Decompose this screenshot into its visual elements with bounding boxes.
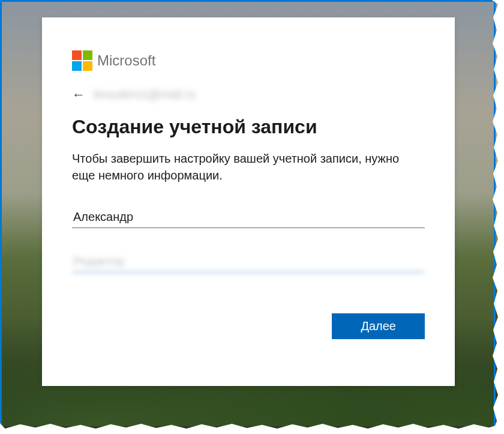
page-description: Чтобы завершить настройку вашей учетной …: [72, 150, 425, 184]
brand-name: Microsoft: [97, 52, 155, 69]
brand-row: Microsoft: [72, 50, 425, 71]
back-button[interactable]: ← brouders1@mail.ru: [72, 88, 425, 101]
account-email-masked: brouders1@mail.ru: [94, 88, 196, 101]
arrow-left-icon: ←: [72, 88, 85, 101]
signup-card: Microsoft ← brouders1@mail.ru Создание у…: [42, 17, 455, 386]
last-name-input[interactable]: [72, 251, 425, 273]
first-name-input[interactable]: [72, 206, 425, 228]
actions-row: Далее: [72, 313, 425, 339]
page-title: Создание учетной записи: [72, 116, 425, 138]
next-button[interactable]: Далее: [332, 313, 425, 339]
microsoft-logo-icon: [72, 50, 92, 71]
